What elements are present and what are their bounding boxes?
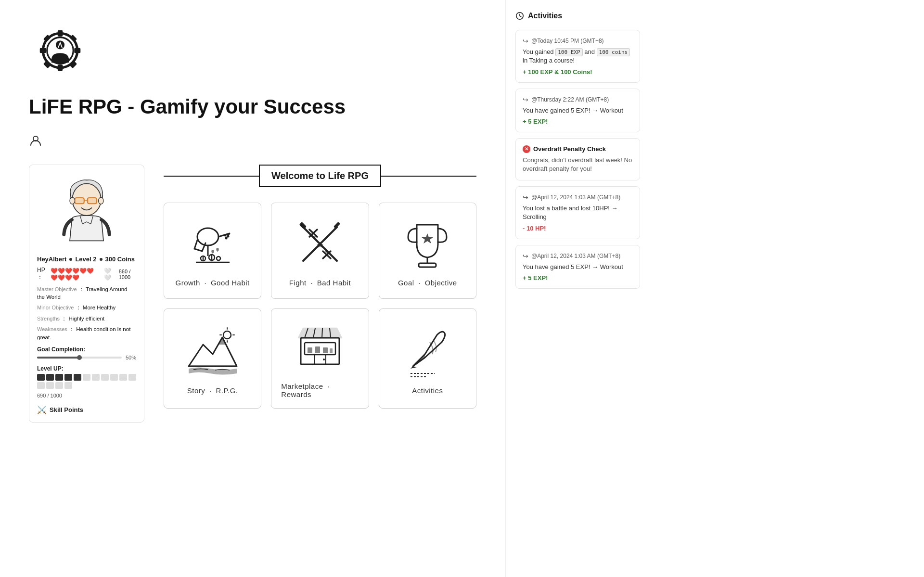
activity-card-3: ↪ @April 12, 2024 1:03 AM (GMT+8) You lo…: [515, 186, 640, 239]
card-label-fight: Fight · Bad Habit: [289, 279, 351, 287]
svg-rect-2: [58, 64, 63, 71]
svg-line-33: [301, 225, 303, 227]
activity-desc-3: You lost a battle and lost 10HP! → Scrol…: [523, 204, 633, 221]
svg-rect-3: [40, 48, 46, 53]
svg-point-22: [224, 234, 226, 236]
goal-percent: 50%: [126, 355, 136, 360]
weaknesses-label: Weaknesses: [37, 326, 67, 332]
card-label-growth: Growth · Good Habit: [176, 279, 250, 287]
strengths-value: Highly efficient: [69, 316, 105, 321]
weaknesses-row: Weaknesses ： Health condition is not gre…: [37, 325, 136, 341]
card-icon-goal: [398, 215, 456, 273]
card-label-marketplace: Marketplace · Rewards: [281, 382, 359, 398]
character-name-row: HeyAlbert Level 2 300 Coins: [37, 256, 136, 263]
minor-objective-value: More Healthy: [83, 305, 116, 310]
character-coins: 300 Coins: [105, 256, 135, 263]
activity-reward-2: + 5 EXP!: [523, 118, 633, 125]
svg-rect-53: [308, 347, 312, 353]
card-marketplace[interactable]: Marketplace · Rewards: [271, 308, 369, 409]
header-line-left: [164, 176, 259, 177]
overdraft-desc: Congrats, didn't overdraft last week! No…: [523, 156, 633, 173]
svg-point-19: [197, 228, 218, 245]
character-panel: HeyAlbert Level 2 300 Coins HP ： ❤️❤️❤️❤…: [29, 165, 144, 423]
svg-rect-55: [323, 347, 328, 353]
svg-point-28: [217, 256, 220, 260]
logo-area: [29, 19, 476, 84]
card-icon-story: [184, 323, 242, 381]
card-activities[interactable]: Activities: [379, 308, 476, 409]
svg-rect-15: [88, 198, 97, 204]
character-level: Level 2: [75, 256, 96, 263]
activity-reward-1: + 100 EXP & 100 Coins!: [523, 68, 633, 76]
page-title: LiFE RPG - Gamify your Success: [29, 95, 476, 118]
svg-rect-1: [58, 30, 63, 37]
activities-title: Activities: [515, 12, 640, 20]
card-growth-good-habit[interactable]: Growth · Good Habit: [164, 203, 261, 299]
activity-time-2: ↪ @Thursday 2:22 AM (GMT+8): [523, 96, 633, 103]
skill-points-label: Skill Points: [50, 406, 83, 413]
card-story-rpg[interactable]: Story · R.P.G.: [164, 308, 261, 409]
card-icon-activities: [398, 323, 456, 381]
svg-point-58: [323, 359, 325, 360]
sep2: [100, 258, 103, 261]
level-text: 690 / 1000: [37, 393, 62, 398]
minor-objective-label: Minor Objective: [37, 305, 74, 310]
card-label-activities: Activities: [412, 386, 443, 395]
svg-point-18: [99, 197, 104, 204]
svg-point-20: [225, 237, 227, 239]
header-line-right: [381, 176, 476, 177]
skill-points-row[interactable]: ⚔️ Skill Points: [37, 405, 136, 414]
svg-rect-14: [75, 198, 84, 204]
overdraft-card: ✕ Overdraft Penalty Check Congrats, didn…: [515, 138, 640, 180]
activity-card-2: ↪ @Thursday 2:22 AM (GMT+8) You have gai…: [515, 89, 640, 132]
coins-badge: 100 coins: [597, 48, 630, 56]
overdraft-title: ✕ Overdraft Penalty Check: [523, 145, 633, 153]
card-fight-bad-habit[interactable]: Fight · Bad Habit: [271, 203, 369, 299]
activity-time-3: ↪ @April 12, 2024 1:03 AM (GMT+8): [523, 193, 633, 201]
activity-reward-4: + 5 EXP!: [523, 274, 633, 282]
activity-time-4: ↪ @April 12, 2024 1:03 AM (GMT+8): [523, 252, 633, 260]
welcome-title: Welcome to Life RPG: [259, 165, 381, 187]
card-icon-growth: [184, 215, 242, 273]
goal-completion-label: Goal Completion:: [37, 346, 136, 353]
goal-progress-bar: [37, 357, 122, 359]
overdraft-x-icon: ✕: [523, 145, 530, 153]
minor-objective-row: Minor Objective ： More Healthy: [37, 304, 136, 311]
character-avatar: [37, 173, 136, 250]
svg-rect-8: [69, 61, 77, 68]
hearts-filled: ❤️❤️❤️❤️❤️❤️❤️❤️❤️❤️: [51, 268, 101, 281]
svg-point-21: [227, 235, 229, 237]
activity-time-1: ↪ @Today 10:45 PM (GMT+8): [523, 37, 633, 45]
master-objective-label: Master Objective: [37, 286, 77, 292]
activity-desc-2: You have gained 5 EXP! → Workout: [523, 106, 633, 115]
svg-rect-56: [330, 348, 333, 353]
strengths-label: Strengths: [37, 316, 60, 321]
hp-text: 860 / 1000: [119, 269, 136, 280]
activity-reward-3: - 10 HP!: [523, 225, 633, 232]
card-label-story: Story · R.P.G.: [187, 386, 238, 395]
svg-point-17: [70, 197, 75, 204]
level-blocks: [37, 374, 136, 389]
svg-line-49: [322, 328, 322, 338]
master-objective-row: Master Objective ： Traveling Around the …: [37, 285, 136, 301]
activity-desc-1: You gained 100 EXP and 100 coins in Taki…: [523, 48, 633, 65]
strengths-row: Strengths ： Highly efficient: [37, 315, 136, 322]
welcome-header: Welcome to Life RPG: [164, 165, 476, 187]
svg-rect-4: [74, 48, 80, 53]
level-up-section: Level UP:: [37, 365, 136, 399]
activities-icon: [515, 12, 524, 20]
activity-card-4: ↪ @April 12, 2024 1:03 AM (GMT+8) You ha…: [515, 245, 640, 289]
hp-row: HP ： ❤️❤️❤️❤️❤️❤️❤️❤️❤️❤️ 🤍🤍 860 / 1000: [37, 267, 136, 282]
activity-card-1: ↪ @Today 10:45 PM (GMT+8) You gained 100…: [515, 30, 640, 83]
goal-completion-section: Goal Completion: 50%: [37, 346, 136, 360]
card-label-goal: Goal · Objective: [398, 279, 457, 287]
account-icon[interactable]: [29, 134, 42, 147]
center-panel: Welcome to Life RPG: [164, 165, 476, 409]
svg-rect-40: [419, 263, 436, 267]
card-goal-objective[interactable]: Goal · Objective: [379, 203, 476, 299]
exp-badge: 100 EXP: [555, 48, 582, 56]
svg-rect-7: [43, 61, 51, 68]
activity-desc-4: You have gained 5 EXP! → Workout: [523, 263, 633, 271]
sep1: [69, 258, 72, 261]
card-icon-fight: [291, 215, 349, 273]
